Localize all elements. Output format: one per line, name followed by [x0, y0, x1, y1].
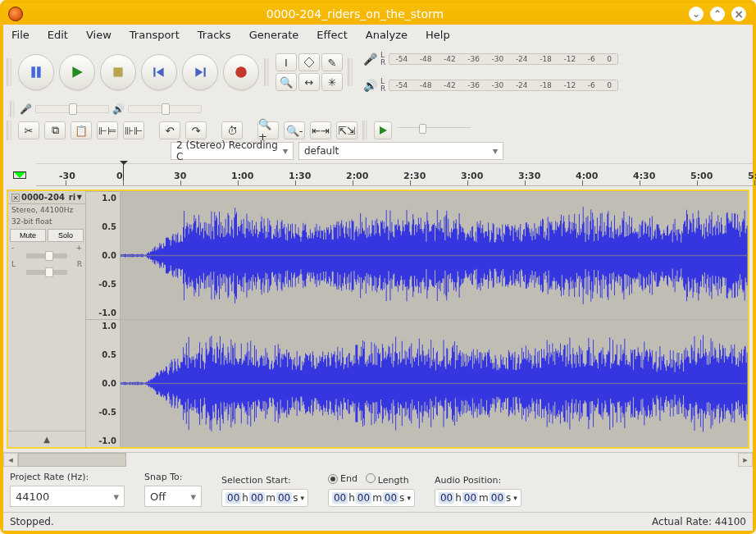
timeline-ruler[interactable]: -300301:001:302:002:303:003:304:004:305:… — [36, 163, 753, 186]
audio-position-input[interactable]: 00 h 00 m 00 s▾ — [435, 489, 521, 507]
end-radio[interactable]: End — [328, 473, 358, 486]
record-button[interactable] — [223, 54, 259, 90]
audio-position-label: Audio Position: — [435, 475, 521, 486]
playback-volume-slider[interactable] — [128, 105, 202, 113]
svg-rect-4 — [153, 67, 155, 76]
paste-button[interactable]: 📋 — [71, 121, 92, 139]
svg-marker-5 — [157, 67, 164, 76]
menu-help[interactable]: Help — [424, 26, 452, 43]
playback-meter[interactable]: -54-48-42-36-30-24-18-12-60 — [389, 80, 618, 91]
track-control-panel: × 0000-204_ri ▼ Stereo, 44100Hz 32-bit f… — [8, 191, 86, 447]
timeline-pin-button[interactable] — [3, 163, 36, 186]
amplitude-scale-right: 1.00.50.0-0.5-1.0 — [86, 320, 121, 447]
redo-button[interactable]: ↷ — [185, 121, 207, 139]
svg-marker-7 — [195, 67, 203, 76]
horizontal-scrollbar[interactable]: ◂ ▸ — [3, 452, 753, 467]
multi-tool[interactable]: ✳ — [321, 73, 343, 91]
undo-button[interactable]: ↶ — [159, 121, 180, 139]
mic-icon: 🎤 — [20, 103, 32, 115]
waveform-area[interactable]: 1.00.50.0-0.5-1.0 1.00.50.0-0.5-1.0 — [86, 191, 748, 447]
zoom-out-button[interactable]: 🔍- — [284, 121, 305, 139]
play-button[interactable] — [59, 54, 95, 90]
recording-channels-select[interactable]: 2 (Stereo) Recording C — [171, 142, 294, 160]
snap-to-combo[interactable]: Off — [144, 486, 202, 507]
window-title: 0000-204_riders_on_the_storm — [28, 7, 682, 21]
menu-effect[interactable]: Effect — [315, 26, 348, 43]
window-maximize-button[interactable] — [710, 7, 725, 21]
track-name[interactable]: 0000-204_ri — [21, 193, 75, 202]
scroll-left-button[interactable]: ◂ — [3, 453, 18, 467]
app-icon — [8, 7, 23, 21]
pan-slider[interactable] — [26, 270, 67, 275]
recording-meter[interactable]: -54-48-42-36-30-24-18-12-60 — [389, 53, 618, 65]
silence-button[interactable]: ⊪⊩ — [123, 121, 144, 139]
mute-button[interactable]: Mute — [10, 229, 46, 242]
play-at-speed-button[interactable] — [374, 121, 392, 139]
selection-end-input[interactable]: 00 h 00 m 00 s▾ — [328, 489, 415, 507]
project-rate-label: Project Rate (Hz): — [10, 472, 125, 482]
timeshift-tool[interactable]: ↔ — [298, 73, 320, 91]
collapse-button[interactable]: ▲ — [8, 431, 85, 447]
track-format-2: 32-bit float — [8, 216, 85, 227]
track-format-1: Stereo, 44100Hz — [8, 204, 85, 216]
menu-edit[interactable]: Edit — [46, 26, 70, 43]
menu-view[interactable]: View — [84, 26, 113, 43]
selection-start-label: Selection Start: — [221, 475, 308, 486]
envelope-tool[interactable] — [298, 53, 320, 71]
gain-slider[interactable] — [26, 253, 67, 258]
window-close-button[interactable] — [731, 7, 746, 21]
waveform-channel-left[interactable] — [121, 192, 748, 319]
snap-to-label: Snap To: — [144, 472, 202, 482]
menu-tracks[interactable]: Tracks — [196, 26, 233, 43]
amplitude-scale-left: 1.00.50.0-0.5-1.0 — [86, 192, 121, 319]
playback-meter-speaker-icon[interactable]: 🔊 — [362, 73, 377, 98]
selection-start-input[interactable]: 00 h 00 m 00 s▾ — [221, 489, 308, 507]
track-close-button[interactable]: × — [11, 194, 20, 202]
solo-button[interactable]: Solo — [48, 229, 84, 242]
menu-file[interactable]: File — [10, 26, 31, 43]
svg-marker-2 — [72, 66, 82, 78]
selection-tool[interactable]: I — [276, 53, 297, 71]
fit-selection-button[interactable]: ⇤⇥ — [310, 121, 331, 139]
speaker-icon: 🔊 — [112, 103, 125, 115]
title-bar: 0000-204_riders_on_the_storm — [3, 3, 753, 25]
skip-end-button[interactable] — [182, 54, 218, 90]
stop-button[interactable] — [100, 54, 136, 90]
menu-analyze[interactable]: Analyze — [364, 26, 409, 43]
svg-rect-1 — [37, 66, 41, 78]
draw-tool[interactable]: ✎ — [321, 53, 343, 71]
play-speed-slider[interactable] — [397, 127, 471, 134]
playback-device-select[interactable]: default — [298, 142, 503, 160]
recording-volume-slider[interactable] — [35, 105, 109, 113]
pause-button[interactable] — [18, 54, 54, 90]
project-rate-combo[interactable]: 44100 — [10, 486, 125, 507]
scroll-right-button[interactable]: ▸ — [738, 453, 753, 467]
svg-marker-10 — [380, 126, 387, 135]
menu-generate[interactable]: Generate — [248, 26, 301, 43]
skip-start-button[interactable] — [141, 54, 177, 90]
svg-rect-6 — [204, 67, 206, 76]
svg-point-8 — [235, 66, 247, 78]
svg-rect-3 — [113, 67, 122, 76]
svg-rect-0 — [31, 66, 35, 78]
zoom-tool[interactable]: 🔍 — [276, 73, 297, 91]
fit-project-button[interactable]: ⇱⇲ — [336, 121, 358, 139]
zoom-in-button[interactable]: 🔍+ — [257, 121, 279, 139]
actual-rate-text: Actual Rate: 44100 — [652, 516, 746, 527]
trim-button[interactable]: ⊩⊨ — [97, 121, 118, 139]
cut-button[interactable]: ✂ — [18, 121, 39, 139]
svg-marker-9 — [304, 57, 314, 67]
menu-bar: File Edit View Transport Tracks Generate… — [3, 25, 753, 45]
recording-meter-mic-icon[interactable]: 🎤 — [362, 47, 377, 71]
status-text: Stopped. — [10, 516, 54, 527]
sync-lock-button[interactable]: ⏱ — [221, 121, 243, 139]
waveform-channel-right[interactable] — [121, 320, 748, 447]
copy-button[interactable]: ⧉ — [44, 121, 66, 139]
menu-transport[interactable]: Transport — [128, 26, 181, 43]
track-menu-button[interactable]: ▼ — [77, 194, 82, 201]
window-minimize-button[interactable] — [689, 7, 704, 21]
length-radio[interactable]: Length — [366, 473, 409, 486]
